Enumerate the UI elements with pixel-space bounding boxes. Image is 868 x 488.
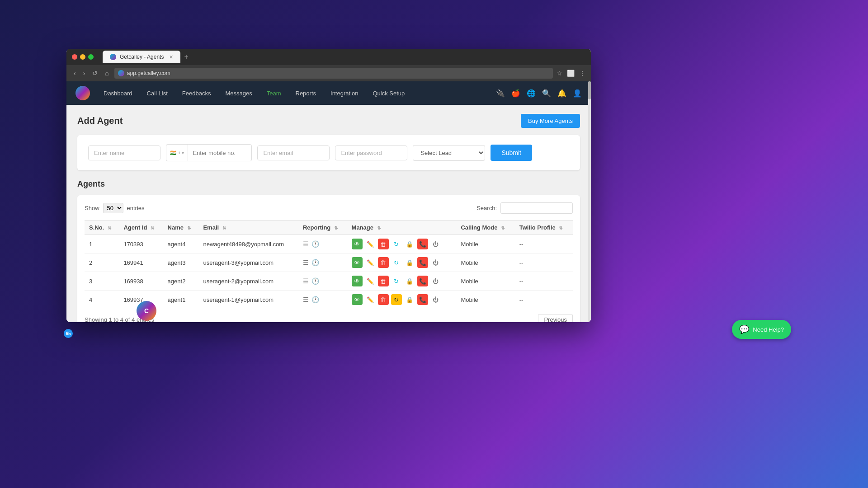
delete-icon[interactable]: 🗑 bbox=[378, 239, 389, 249]
power-icon[interactable]: ⏻ bbox=[430, 276, 441, 286]
back-button[interactable]: ‹ bbox=[72, 69, 78, 78]
app-logo bbox=[75, 86, 90, 100]
clock-report-icon[interactable]: 🕐 bbox=[311, 277, 319, 285]
extension-icon[interactable]: ⬜ bbox=[567, 70, 575, 77]
reporting-cell: ☰ 🕐 bbox=[298, 253, 347, 272]
list-report-icon[interactable]: ☰ bbox=[303, 277, 309, 285]
nav-reports[interactable]: Reports bbox=[289, 87, 323, 99]
phone-icon[interactable]: 📞 bbox=[417, 257, 428, 268]
maximize-button[interactable] bbox=[88, 54, 94, 60]
show-label: Show bbox=[85, 205, 99, 211]
twilio-cell: -- bbox=[515, 291, 573, 309]
clock-report-icon[interactable]: 🕐 bbox=[311, 259, 319, 266]
user-icon[interactable]: 👤 bbox=[573, 89, 582, 98]
lock-icon[interactable]: 🔒 bbox=[404, 239, 415, 249]
edit-icon[interactable]: ✏️ bbox=[365, 257, 376, 268]
nav-feedbacks[interactable]: Feedbacks bbox=[176, 87, 217, 99]
manage-cell: 👁✏️🗑↻🔒📞⏻ bbox=[347, 235, 457, 253]
browser-toolbar: ‹ › ↺ ⌂ app.getcalley.com ☆ ⬜ ⋮ bbox=[66, 65, 591, 81]
nav-team[interactable]: Team bbox=[260, 87, 288, 99]
edit-icon[interactable]: ✏️ bbox=[365, 276, 376, 286]
plugin-icon[interactable]: 🔌 bbox=[496, 89, 505, 98]
apple-icon[interactable]: 🍎 bbox=[511, 89, 520, 98]
address-bar[interactable]: app.getcalley.com bbox=[114, 68, 553, 79]
submit-button[interactable]: Submit bbox=[491, 145, 532, 161]
email-input[interactable] bbox=[257, 145, 330, 160]
new-tab-button[interactable]: + bbox=[184, 53, 188, 61]
manage-icons: 👁✏️🗑↻🔒📞⏻ bbox=[352, 294, 452, 305]
search-wrapper: Search: bbox=[476, 202, 573, 214]
power-icon[interactable]: ⏻ bbox=[430, 257, 441, 268]
agents-section-title: Agents bbox=[77, 179, 580, 189]
scrollbar[interactable] bbox=[588, 81, 591, 322]
lock-icon[interactable]: 🔒 bbox=[404, 257, 415, 268]
delete-icon[interactable]: 🗑 bbox=[378, 294, 389, 305]
bookmark-icon[interactable]: ☆ bbox=[557, 70, 562, 77]
nav-quick-setup[interactable]: Quick Setup bbox=[366, 87, 411, 99]
toolbar-icons: ☆ ⬜ ⋮ bbox=[557, 70, 585, 77]
refresh-icon[interactable]: ↻ bbox=[391, 239, 402, 249]
close-button[interactable] bbox=[72, 54, 77, 60]
minimize-button[interactable] bbox=[80, 54, 85, 60]
refresh-icon[interactable]: ↻ bbox=[391, 257, 402, 268]
reporting-icons: ☰ 🕐 bbox=[303, 296, 343, 303]
mobile-input[interactable] bbox=[188, 146, 251, 160]
select-lead-dropdown[interactable]: Select Lead bbox=[413, 145, 485, 161]
need-help-button[interactable]: 💬 Need Help? bbox=[732, 320, 791, 339]
phone-icon[interactable]: 📞 bbox=[417, 239, 428, 249]
refresh-button[interactable]: ↺ bbox=[90, 69, 99, 78]
view-icon[interactable]: 👁 bbox=[352, 257, 363, 268]
active-tab[interactable]: Getcalley - Agents ✕ bbox=[103, 51, 180, 63]
flag-prefix[interactable]: 🇮🇳 + ▾ bbox=[166, 145, 188, 161]
nav-call-list[interactable]: Call List bbox=[141, 87, 174, 99]
email-cell: useragent-3@yopmail.com bbox=[198, 253, 298, 272]
col-agent-id: Agent Id ⇅ bbox=[119, 221, 163, 235]
top-nav: Dashboard Call List Feedbacks Messages T… bbox=[66, 81, 591, 105]
manage-cell: 👁✏️🗑↻🔒📞⏻ bbox=[347, 291, 457, 309]
menu-icon[interactable]: ⋮ bbox=[579, 70, 585, 77]
nav-integration[interactable]: Integration bbox=[324, 87, 364, 99]
nav-dashboard[interactable]: Dashboard bbox=[97, 87, 139, 99]
home-button[interactable]: ⌂ bbox=[103, 69, 110, 78]
edit-icon[interactable]: ✏️ bbox=[365, 294, 376, 305]
password-input[interactable] bbox=[335, 145, 407, 160]
clock-report-icon[interactable]: 🕐 bbox=[311, 240, 319, 248]
refresh-icon[interactable]: ↻ bbox=[391, 294, 402, 305]
list-report-icon[interactable]: ☰ bbox=[303, 240, 309, 248]
list-report-icon[interactable]: ☰ bbox=[303, 259, 309, 266]
bell-icon[interactable]: 🔔 bbox=[557, 89, 566, 98]
power-icon[interactable]: ⏻ bbox=[430, 294, 441, 305]
delete-icon[interactable]: 🗑 bbox=[378, 276, 389, 286]
nav-messages[interactable]: Messages bbox=[219, 87, 258, 99]
sno-cell: 1 bbox=[85, 235, 119, 253]
whatsapp-icon: 💬 bbox=[739, 324, 749, 334]
entries-select[interactable]: 50 25 10 bbox=[103, 203, 123, 213]
view-icon[interactable]: 👁 bbox=[352, 239, 363, 249]
search-input[interactable] bbox=[500, 202, 573, 214]
phone-icon[interactable]: 📞 bbox=[417, 294, 428, 305]
agent-id-cell: 169938 bbox=[119, 272, 163, 291]
globe-icon[interactable]: 🌐 bbox=[527, 89, 536, 98]
name-input[interactable] bbox=[88, 145, 160, 160]
view-icon[interactable]: 👁 bbox=[352, 276, 363, 286]
power-icon[interactable]: ⏻ bbox=[430, 239, 441, 249]
edit-icon[interactable]: ✏️ bbox=[365, 239, 376, 249]
list-report-icon[interactable]: ☰ bbox=[303, 296, 309, 303]
view-icon[interactable]: 👁 bbox=[352, 294, 363, 305]
need-help-label: Need Help? bbox=[753, 326, 784, 333]
clock-report-icon[interactable]: 🕐 bbox=[311, 296, 319, 303]
name-cell: agent1 bbox=[163, 291, 199, 309]
lock-icon[interactable]: 🔒 bbox=[404, 276, 415, 286]
delete-icon[interactable]: 🗑 bbox=[378, 257, 389, 268]
forward-button[interactable]: › bbox=[81, 69, 87, 78]
name-cell: agent4 bbox=[163, 235, 199, 253]
refresh-icon[interactable]: ↻ bbox=[391, 276, 402, 286]
manage-icons: 👁✏️🗑↻🔒📞⏻ bbox=[352, 239, 452, 249]
form-row: 🇮🇳 + ▾ Select Lead Submit bbox=[88, 144, 569, 161]
phone-icon[interactable]: 📞 bbox=[417, 276, 428, 286]
previous-button[interactable]: Previous bbox=[538, 314, 573, 322]
buy-more-agents-button[interactable]: Buy More Agents bbox=[521, 114, 580, 128]
page-content: Add Agent Buy More Agents 🇮🇳 + ▾ bbox=[66, 105, 591, 322]
search-icon[interactable]: 🔍 bbox=[542, 89, 551, 98]
lock-icon[interactable]: 🔒 bbox=[404, 294, 415, 305]
